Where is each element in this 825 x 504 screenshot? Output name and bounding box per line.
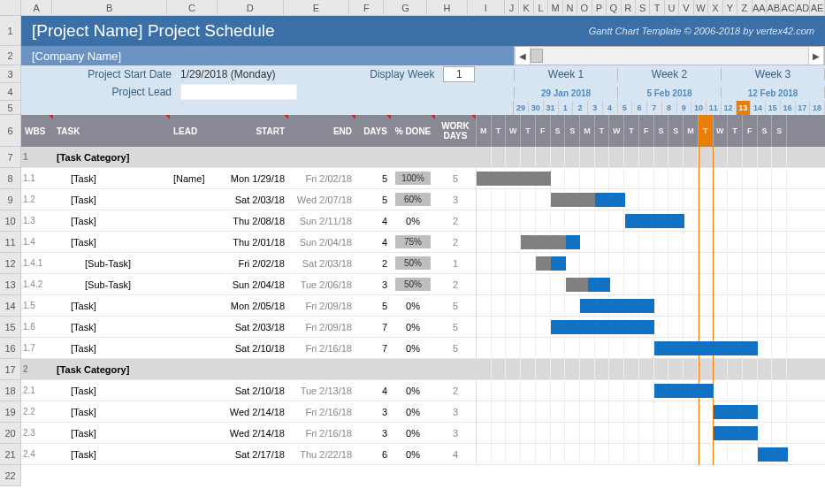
start-cell[interactable]: Sat 2/10/18	[221, 343, 288, 354]
col-header[interactable]: P	[592, 0, 607, 15]
col-header[interactable]: B	[52, 0, 167, 15]
start-cell[interactable]: Mon 2/05/18	[221, 301, 288, 311]
row-header[interactable]: 21	[0, 444, 21, 465]
scroll-left-button[interactable]: ◀	[515, 47, 531, 65]
pct-done-cell[interactable]: 0%	[391, 428, 435, 439]
col-header[interactable]: J	[505, 0, 519, 15]
col-header[interactable]: H	[427, 0, 467, 15]
col-header[interactable]: AC	[781, 0, 795, 15]
start-cell[interactable]: Mon 1/29/18	[221, 173, 288, 184]
row-header[interactable]: 15	[0, 317, 21, 338]
task-name-cell[interactable]: [Sub-Task]	[53, 279, 170, 290]
days-cell[interactable]: 5	[355, 195, 391, 205]
start-cell[interactable]: Sun 2/04/18	[221, 279, 288, 290]
horizontal-scroll[interactable]: ◀ ▶	[514, 46, 825, 65]
wbs-cell[interactable]: 1.4.1	[21, 258, 53, 268]
task-name-cell[interactable]: [Task Category]	[53, 364, 170, 375]
pct-done-cell[interactable]: 0%	[391, 301, 435, 311]
row-header[interactable]: 14	[0, 295, 21, 317]
row-header[interactable]: 8	[0, 168, 21, 189]
row-header[interactable]: 19	[0, 401, 21, 423]
th-lead[interactable]: LEAD	[170, 115, 221, 147]
end-cell[interactable]: Tue 2/06/18	[288, 279, 355, 290]
col-header[interactable]: W	[694, 0, 708, 15]
task-name-cell[interactable]: [Task]	[53, 173, 170, 184]
row-header[interactable]: 11	[0, 232, 21, 253]
row-header[interactable]: 20	[0, 423, 21, 444]
th-work[interactable]: WORK DAYS	[435, 115, 476, 147]
task-name-cell[interactable]: [Task]	[53, 386, 170, 396]
pct-done-cell[interactable]: 0%	[391, 216, 435, 226]
wbs-cell[interactable]: 1.6	[21, 322, 53, 332]
task-name-cell[interactable]: [Task]	[53, 301, 170, 311]
work-days-cell[interactable]: 2	[435, 386, 476, 396]
row-header[interactable]: 12	[0, 253, 21, 274]
work-days-cell[interactable]: 2	[435, 279, 476, 290]
work-days-cell[interactable]: 5	[435, 322, 476, 332]
work-days-cell[interactable]: 2	[435, 216, 476, 226]
wbs-cell[interactable]: 2.3	[21, 428, 53, 438]
wbs-cell[interactable]: 1	[21, 152, 53, 162]
pct-done-cell[interactable]: 100%	[391, 172, 435, 185]
start-cell[interactable]: Sat 2/03/18	[221, 195, 288, 205]
task-row[interactable]: 1.2[Task]Sat 2/03/18Wed 2/07/18560%3	[21, 189, 825, 210]
row-header[interactable]: 3	[0, 65, 21, 83]
col-header[interactable]: T	[650, 0, 664, 15]
days-cell[interactable]: 3	[355, 428, 391, 439]
pct-done-cell[interactable]: 0%	[391, 322, 435, 332]
col-header[interactable]: N	[563, 0, 577, 15]
row-header[interactable]: 2	[0, 46, 21, 65]
company-name[interactable]: [Company Name]	[21, 50, 121, 63]
row-header[interactable]: 18	[0, 380, 21, 401]
pct-done-cell[interactable]: 75%	[391, 235, 435, 248]
wbs-cell[interactable]: 1.4.2	[21, 279, 53, 289]
work-days-cell[interactable]: 5	[435, 343, 476, 354]
start-cell[interactable]: Wed 2/14/18	[221, 407, 288, 417]
days-cell[interactable]: 7	[355, 322, 391, 332]
row-header[interactable]: 16	[0, 338, 21, 359]
row-header[interactable]: 6	[0, 115, 21, 147]
corner-cell[interactable]	[0, 0, 21, 16]
pct-done-cell[interactable]: 0%	[391, 407, 435, 417]
wbs-cell[interactable]: 1.3	[21, 216, 53, 225]
col-header[interactable]: G	[384, 0, 427, 15]
pct-done-cell[interactable]: 50%	[391, 256, 435, 270]
pct-done-cell[interactable]: 0%	[391, 343, 435, 354]
col-header[interactable]: U	[665, 0, 679, 15]
task-name-cell[interactable]: [Task Category]	[53, 152, 170, 163]
task-name-cell[interactable]: [Task]	[53, 216, 170, 226]
task-row[interactable]: 2.2[Task]Wed 2/14/18Fri 2/16/1830%3	[21, 401, 825, 423]
row-header[interactable]: 13	[0, 274, 21, 295]
col-header[interactable]: X	[708, 0, 722, 15]
col-header[interactable]: S	[636, 0, 650, 15]
work-days-cell[interactable]: 5	[435, 173, 476, 184]
category-row[interactable]: 2[Task Category]	[21, 359, 825, 380]
wbs-cell[interactable]: 2.1	[21, 386, 53, 395]
col-header[interactable]: Z	[737, 0, 752, 15]
task-row[interactable]: 1.4.1[Sub-Task]Fri 2/02/18Sat 2/03/18250…	[21, 253, 825, 274]
task-name-cell[interactable]: [Task]	[53, 449, 170, 460]
task-name-cell[interactable]: [Task]	[53, 343, 170, 354]
col-header[interactable]: K	[519, 0, 533, 15]
task-row[interactable]: 2.4[Task]Sat 2/17/18Thu 2/22/1860%4	[21, 444, 825, 465]
start-cell[interactable]: Sat 2/10/18	[221, 386, 288, 396]
task-row[interactable]: 1.5[Task]Mon 2/05/18Fri 2/09/1850%5	[21, 295, 825, 317]
days-cell[interactable]: 2	[355, 258, 391, 269]
scroll-thumb[interactable]	[531, 49, 543, 63]
work-days-cell[interactable]: 2	[435, 237, 476, 248]
row-header[interactable]: 10	[0, 210, 21, 232]
row-header[interactable]: 17	[0, 359, 21, 380]
wbs-cell[interactable]: 1.4	[21, 237, 53, 247]
task-row[interactable]: 1.1[Task][Name]Mon 1/29/18Fri 2/02/18510…	[21, 168, 825, 189]
row-header[interactable]: 4	[0, 83, 21, 101]
days-cell[interactable]: 6	[355, 449, 391, 460]
task-name-cell[interactable]: [Task]	[53, 237, 170, 248]
end-cell[interactable]: Fri 2/02/18	[288, 173, 355, 184]
days-cell[interactable]: 4	[355, 237, 391, 248]
work-days-cell[interactable]: 5	[435, 301, 476, 311]
col-header[interactable]: Q	[607, 0, 621, 15]
task-name-cell[interactable]: [Task]	[53, 195, 170, 205]
wbs-cell[interactable]: 2.2	[21, 407, 53, 416]
wbs-cell[interactable]: 1.7	[21, 343, 53, 353]
days-cell[interactable]: 5	[355, 301, 391, 311]
